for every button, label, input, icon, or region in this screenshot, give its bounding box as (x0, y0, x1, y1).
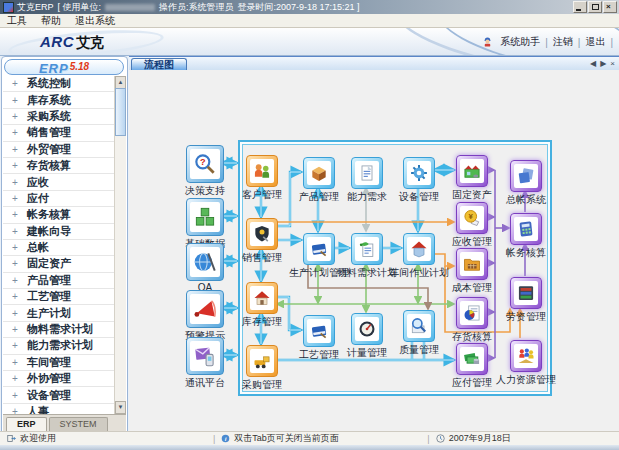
node-oa[interactable] (186, 243, 224, 281)
expander-plus-icon[interactable]: + (3, 78, 27, 89)
node-cost-mgmt[interactable] (456, 248, 488, 280)
expander-plus-icon[interactable]: + (3, 111, 27, 122)
expander-plus-icon[interactable]: + (3, 373, 27, 384)
expander-plus-icon[interactable]: + (3, 258, 27, 269)
restore-button[interactable] (588, 1, 602, 13)
sidebar-scrollbar[interactable]: ▲ ▼ (114, 76, 126, 414)
expander-plus-icon[interactable]: + (3, 95, 27, 106)
module-tree: +系统控制+库存系统+采购系统+销售管理+外贸管理+存货核算+应收+应付+帐务核… (3, 76, 115, 414)
node-production-plan[interactable] (303, 233, 335, 265)
sidebar-item-9[interactable]: +建帐向导 (3, 224, 115, 240)
expander-plus-icon[interactable]: + (3, 160, 27, 171)
expander-plus-icon[interactable]: + (3, 357, 27, 368)
tab-next-icon[interactable]: ▶ (600, 59, 606, 68)
expander-plus-icon[interactable]: + (3, 291, 27, 302)
tab-prev-icon[interactable]: ◀ (590, 59, 596, 68)
node-sales-mgmt[interactable] (246, 218, 278, 250)
expander-plus-icon[interactable]: + (3, 177, 27, 188)
expander-plus-icon[interactable]: + (3, 144, 27, 155)
sidebar-item-label: 固定资产 (27, 256, 71, 271)
sidebar-item-15[interactable]: +物料需求计划 (3, 322, 115, 338)
node-inventory-mgmt[interactable] (246, 282, 278, 314)
sidebar-item-7[interactable]: +应付 (3, 191, 115, 207)
node-stock-accounting[interactable] (456, 297, 488, 329)
people-icon (250, 159, 274, 183)
node-process-mgmt[interactable] (303, 315, 335, 347)
brand-logo: ARC艾克 (40, 33, 104, 52)
minimize-button[interactable] (573, 1, 587, 13)
banner-link-0[interactable]: 系统助手 (495, 35, 545, 49)
sidebar-logo: ERP5.18 (4, 59, 124, 75)
truck-icon (250, 349, 274, 373)
sidebar-item-label: 生产计划 (27, 306, 71, 321)
comm-icon (190, 341, 220, 371)
tab-close-icon[interactable]: × (610, 59, 615, 68)
sidebar-item-14[interactable]: +生产计划 (3, 305, 115, 321)
expander-plus-icon[interactable]: + (3, 209, 27, 220)
node-payroll-mgmt[interactable] (510, 277, 542, 309)
node-fixed-assets[interactable] (456, 155, 488, 187)
sidebar-item-2[interactable]: +采购系统 (3, 109, 115, 125)
node-shopfloor-plan[interactable] (403, 233, 435, 265)
expander-plus-icon[interactable]: + (3, 324, 27, 335)
node-mrp[interactable] (351, 233, 383, 265)
expander-plus-icon[interactable]: + (3, 242, 27, 253)
node-customer-mgmt[interactable] (246, 155, 278, 187)
expander-plus-icon[interactable]: + (3, 390, 27, 401)
sidebar-item-13[interactable]: +工艺管理 (3, 289, 115, 305)
sidebar-item-16[interactable]: +能力需求计划 (3, 338, 115, 354)
node-receivables[interactable] (456, 202, 488, 234)
banner-link-2[interactable]: 退出 (580, 35, 610, 49)
node-alert[interactable] (186, 290, 224, 328)
expander-plus-icon[interactable]: + (3, 275, 27, 286)
sidebar-item-0[interactable]: +系统控制 (3, 76, 115, 92)
sidebar-item-6[interactable]: +应收 (3, 174, 115, 190)
sidebar-item-label: 能力需求计划 (27, 338, 93, 353)
node-product-mgmt[interactable] (303, 157, 335, 189)
sidebar-item-20[interactable]: +人事 (3, 404, 115, 414)
sidebar-item-3[interactable]: +销售管理 (3, 125, 115, 141)
menu-item-1[interactable]: 帮助 (34, 14, 68, 28)
menu-item-0[interactable]: 工具 (0, 14, 34, 28)
node-decision-support[interactable] (186, 145, 224, 183)
sidebar-item-11[interactable]: +固定资产 (3, 256, 115, 272)
node-payables[interactable] (456, 343, 488, 375)
folder-icon (460, 252, 484, 276)
expander-plus-icon[interactable]: + (3, 226, 27, 237)
sidebar-item-1[interactable]: +库存系统 (3, 92, 115, 108)
node-purchase-mgmt[interactable] (246, 345, 278, 377)
banner: ARC艾克 系统助手|注销|退出| (0, 28, 619, 56)
node-account-accounting[interactable] (510, 213, 542, 245)
scrollbar-thumb[interactable] (115, 88, 126, 136)
expander-plus-icon[interactable]: + (3, 127, 27, 138)
sidebar-item-10[interactable]: +总帐 (3, 240, 115, 256)
node-base-data[interactable] (186, 198, 224, 236)
scroll-down-button[interactable]: ▼ (115, 401, 126, 414)
node-hr-mgmt[interactable] (510, 340, 542, 372)
sidebar-item-5[interactable]: +存货核算 (3, 158, 115, 174)
node-comm-platform[interactable] (186, 337, 224, 375)
expander-plus-icon[interactable]: + (3, 193, 27, 204)
house-icon (250, 286, 274, 310)
sidebar-item-12[interactable]: +产品管理 (3, 273, 115, 289)
node-capacity-req[interactable] (351, 157, 383, 189)
status-hint-section: i 双击Tab页可关闭当前页面 (221, 432, 421, 445)
node-general-ledger[interactable] (510, 160, 542, 192)
sidebar-item-4[interactable]: +外贸管理 (3, 142, 115, 158)
sidebar-item-19[interactable]: +设备管理 (3, 387, 115, 403)
node-equipment-mgmt[interactable] (403, 157, 435, 189)
sidebar-tab-erp[interactable]: ERP (6, 417, 47, 431)
banner-link-1[interactable]: 注销 (548, 35, 578, 49)
sidebar-item-8[interactable]: +帐务核算 (3, 207, 115, 223)
sidebar-item-18[interactable]: +外协管理 (3, 371, 115, 387)
sidebar-tab-system[interactable]: SYSTEM (49, 417, 108, 431)
node-quality-mgmt[interactable] (403, 310, 435, 342)
expander-plus-icon[interactable]: + (3, 308, 27, 319)
menu-item-2[interactable]: 退出系统 (68, 14, 122, 28)
sidebar-item-17[interactable]: +车间管理 (3, 355, 115, 371)
book-icon (307, 237, 331, 261)
expander-plus-icon[interactable]: + (3, 340, 27, 351)
close-button[interactable]: × (603, 1, 617, 13)
node-measurement-mgmt[interactable] (351, 313, 383, 345)
expander-plus-icon[interactable]: + (3, 406, 27, 414)
